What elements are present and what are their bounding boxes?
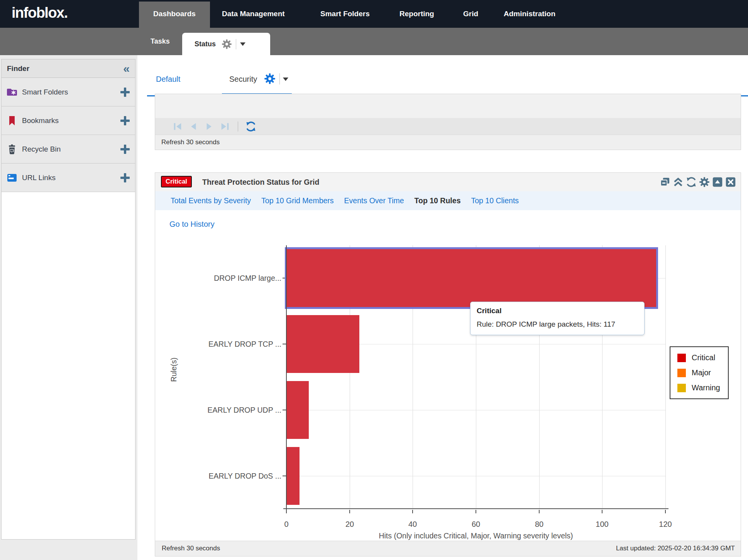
url-links-icon — [6, 172, 18, 184]
category-label: EARLY DROP DoS ... — [155, 471, 281, 481]
infoblox-logo: infoblox. — [12, 5, 68, 21]
x-tick-mark — [539, 510, 540, 513]
chart-tooltip: Critical Rule: DROP ICMP large packets, … — [470, 302, 645, 335]
sidebar-item-label: Recycle Bin — [22, 145, 61, 153]
view-top-10-grid-members[interactable]: Top 10 Grid Members — [261, 196, 334, 205]
prev-page-icon[interactable] — [188, 121, 199, 132]
plus-icon[interactable] — [120, 173, 130, 182]
major-swatch — [677, 369, 686, 377]
finder-sidebar: Finder « Smart Folders Bookmarks Recycle… — [0, 55, 137, 560]
view-top-10-rules[interactable]: Top 10 Rules — [415, 196, 461, 205]
x-tick-mark — [349, 510, 350, 513]
close-icon[interactable] — [725, 177, 736, 187]
x-tick-label: 20 — [338, 520, 361, 529]
gear-icon[interactable] — [264, 73, 276, 84]
widget-header: Critical Threat Protection Status for Gr… — [155, 173, 741, 192]
severity-badge: Critical — [161, 176, 192, 187]
view-events-over-time[interactable]: Events Over Time — [344, 196, 404, 205]
top-widget-partial: Refresh 30 seconds — [155, 94, 741, 150]
gridline — [286, 476, 665, 476]
x-tick-label: 80 — [528, 520, 551, 529]
category-label: EARLY DROP TCP ... — [155, 339, 281, 349]
smart-folder-icon — [6, 86, 18, 98]
tab-default[interactable]: Default — [156, 75, 180, 84]
sidebar-item-smart-folders[interactable]: Smart Folders — [2, 78, 135, 106]
finder-header: Finder « — [2, 59, 135, 78]
divider — [279, 73, 280, 84]
go-to-history-link[interactable]: Go to History — [169, 220, 215, 229]
caret-down-icon[interactable] — [283, 78, 288, 81]
divider — [236, 39, 236, 49]
gridline — [665, 245, 666, 509]
view-total-events-by-severity[interactable]: Total Events by Severity — [171, 196, 251, 205]
plus-icon[interactable] — [120, 145, 130, 154]
chart-bar[interactable] — [287, 315, 359, 373]
refresh-icon[interactable] — [245, 121, 256, 132]
sidebar-item-url-links[interactable]: URL Links — [2, 164, 135, 192]
widget-view-tabs: Total Events by Severity Top 10 Grid Mem… — [155, 191, 741, 210]
legend-entry-major: Major — [677, 368, 720, 377]
x-tick-mark — [476, 510, 476, 513]
chart-bar[interactable] — [287, 447, 300, 505]
widget-title: Threat Protection Status for Grid — [202, 173, 319, 191]
next-page-icon[interactable] — [204, 121, 215, 132]
x-tick-mark — [412, 510, 413, 513]
x-tick-label: 100 — [591, 520, 614, 529]
sidebar-item-label: Smart Folders — [22, 88, 68, 96]
x-tick-label: 120 — [654, 520, 677, 529]
settings-icon[interactable] — [699, 177, 710, 187]
tooltip-title: Critical — [477, 307, 638, 315]
legend-entry-warning: Warning — [677, 383, 720, 392]
view-top-10-clients[interactable]: Top 10 Clients — [471, 196, 519, 205]
nav-item-data-management[interactable]: Data Management — [222, 0, 285, 28]
sidebar-item-label: Bookmarks — [22, 116, 59, 125]
nav-item-dashboards[interactable]: Dashboards — [139, 2, 210, 28]
nav-item-administration[interactable]: Administration — [504, 0, 555, 28]
maximize-icon[interactable] — [712, 177, 723, 187]
tab-security[interactable]: Security — [229, 75, 257, 84]
refresh-status: Refresh 30 seconds — [162, 541, 220, 556]
infoblox-app: infoblox. Dashboards Data Management Sma… — [0, 0, 748, 560]
tab-status-label: Status — [195, 40, 216, 48]
bookmark-icon — [6, 115, 18, 127]
tab-status[interactable]: Status — [182, 33, 270, 55]
gear-icon[interactable] — [222, 39, 232, 49]
x-tick-label: 40 — [401, 520, 424, 529]
refresh-status: Refresh 30 seconds — [155, 135, 741, 150]
critical-swatch — [677, 354, 686, 362]
nav-item-grid[interactable]: Grid — [463, 0, 478, 28]
nav-item-reporting[interactable]: Reporting — [399, 0, 434, 28]
caret-down-icon[interactable] — [240, 42, 245, 46]
legend-entry-critical: Critical — [677, 353, 720, 362]
nav-item-smart-folders[interactable]: Smart Folders — [320, 0, 370, 28]
last-page-icon[interactable] — [220, 121, 230, 132]
collapse-sidebar-icon[interactable]: « — [123, 64, 130, 74]
chart-bar[interactable] — [287, 381, 309, 439]
sidebar-item-recycle-bin[interactable]: Recycle Bin — [2, 135, 135, 164]
plus-icon[interactable] — [120, 88, 130, 97]
divider — [238, 121, 238, 132]
widget-toolbar — [660, 177, 736, 187]
plus-icon[interactable] — [120, 116, 130, 125]
first-page-icon[interactable] — [172, 121, 183, 132]
tab-tasks[interactable]: Tasks — [151, 28, 170, 55]
dashboard-subnav: Tasks Status — [0, 28, 748, 55]
chart-legend: Critical Major Warning — [670, 346, 729, 399]
top-navbar: infoblox. Dashboards Data Management Sma… — [0, 0, 748, 28]
gridline — [286, 410, 665, 410]
chart-bar[interactable] — [287, 249, 656, 307]
copy-icon[interactable] — [660, 177, 670, 187]
collapse-up-icon[interactable] — [673, 177, 684, 187]
finder-panel: Finder « Smart Folders Bookmarks Recycle… — [1, 59, 135, 540]
x-tick-label: 0 — [275, 520, 298, 529]
refresh-icon[interactable] — [686, 177, 697, 187]
tooltip-body: Rule: DROP ICMP large packets, Hits: 117 — [477, 320, 638, 329]
category-label: DROP ICMP large... — [155, 273, 281, 283]
bar-chart-plot: 020406080100120 — [286, 245, 665, 509]
y-axis-line — [286, 245, 287, 512]
widget-footer: Refresh 30 seconds Last updated: 2025-02… — [155, 541, 741, 556]
pager-bar — [155, 118, 741, 135]
threat-protection-widget: Critical Threat Protection Status for Gr… — [155, 172, 741, 557]
x-axis-title: Hits (Only includes Critical, Major, War… — [322, 531, 630, 540]
sidebar-item-bookmarks[interactable]: Bookmarks — [2, 106, 135, 135]
